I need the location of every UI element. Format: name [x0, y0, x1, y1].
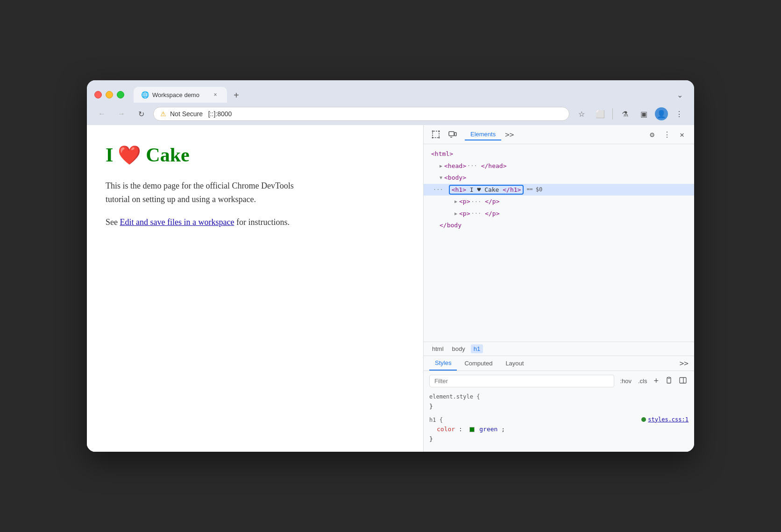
- styles-filter-input[interactable]: [429, 375, 614, 387]
- svg-point-4: [439, 137, 440, 139]
- minimize-button[interactable]: [106, 91, 113, 98]
- profile-icon: 👤: [657, 110, 666, 119]
- back-button[interactable]: ←: [94, 106, 109, 121]
- new-tab-button[interactable]: +: [229, 88, 244, 103]
- body-partial-tag: </body: [440, 221, 462, 230]
- h1-element-box: <h1> I ♥ Cake </h1>: [449, 185, 524, 195]
- tab-elements[interactable]: Elements: [465, 129, 501, 140]
- tab-styles[interactable]: Styles: [429, 356, 457, 371]
- devtools-more-button[interactable]: ⋮: [660, 128, 674, 141]
- body-arrow-icon[interactable]: ▼: [440, 174, 442, 181]
- dom-line-p2[interactable]: ▶ <p> ··· </p>: [424, 208, 694, 220]
- heading-i: I: [106, 144, 113, 166]
- add-style-button[interactable]: +: [652, 375, 660, 387]
- close-button[interactable]: [94, 91, 102, 98]
- breadcrumb-body[interactable]: body: [449, 344, 468, 353]
- extensions-button[interactable]: ⬜: [593, 106, 608, 121]
- heading-cake: Cake: [146, 144, 189, 166]
- p2-tag-close: </p>: [485, 209, 499, 218]
- tab-title: Workspace demo: [152, 91, 207, 98]
- head-dots[interactable]: ···: [467, 161, 477, 170]
- device-tool-icon: [448, 130, 457, 139]
- devtools-close-button[interactable]: ✕: [675, 128, 689, 141]
- nav-separator: [612, 108, 613, 119]
- maximize-button[interactable]: [117, 91, 124, 98]
- content-area: I ❤️ Cake This is the demo page for the …: [87, 125, 694, 452]
- p1-tag-close: </p>: [485, 197, 499, 206]
- workspace-link[interactable]: Edit and save files in a workspace: [120, 217, 234, 227]
- cls-button[interactable]: .cls: [636, 377, 649, 385]
- cursor-tool-icon: [432, 130, 440, 139]
- h1-rule-header: h1 { styles.css:1: [429, 415, 689, 425]
- p2-arrow-icon[interactable]: ▶: [454, 210, 457, 217]
- forward-button[interactable]: →: [114, 106, 129, 121]
- chrome-menu-button[interactable]: ⋮: [672, 106, 687, 121]
- devtools-toolbar: Elements >> ⚙ ⋮ ✕: [424, 125, 694, 144]
- head-tag-open: <head>: [444, 161, 466, 171]
- svg-rect-0: [433, 131, 439, 138]
- element-style-rule: element.style { }: [429, 392, 689, 412]
- tab-computed[interactable]: Computed: [459, 357, 498, 370]
- h1-tag-open: <h1>: [452, 186, 466, 193]
- svg-rect-9: [668, 377, 670, 378]
- breadcrumb-bar: html body h1: [424, 342, 694, 356]
- page-body: This is the demo page for the official C…: [106, 179, 302, 229]
- nav-bar: ← → ↻ ⚠ Not Secure [::]:8000 ☆ ⬜ ⚗ ▣ 👤 ⋮: [87, 103, 694, 125]
- styles-content: :hov .cls +: [424, 371, 694, 452]
- cursor-tool-button[interactable]: [429, 128, 442, 141]
- dom-line-body-open[interactable]: ▼ <body>: [424, 172, 694, 184]
- more-styles-tabs-button[interactable]: >>: [680, 359, 689, 368]
- labs-button[interactable]: ⚗: [618, 106, 632, 121]
- svg-point-1: [432, 131, 433, 132]
- p1-arrow-icon[interactable]: ▶: [454, 198, 457, 205]
- h1-tag-close: </h1>: [503, 186, 521, 193]
- body-tag-open: <body>: [444, 173, 466, 182]
- p2-dots[interactable]: ···: [471, 209, 482, 217]
- tab-close-icon[interactable]: ×: [211, 91, 220, 99]
- color-swatch[interactable]: [469, 427, 475, 432]
- p1-tag-open: <p>: [459, 197, 470, 206]
- dom-line-h1[interactable]: ··· <h1> I ♥ Cake </h1> == $0: [424, 184, 694, 196]
- styles-origin-text: styles.css:1: [648, 415, 689, 424]
- hov-button[interactable]: :hov: [618, 377, 633, 385]
- active-tab[interactable]: 🌐 Workspace demo ×: [134, 87, 227, 103]
- head-tag-close: </head>: [481, 161, 507, 171]
- breadcrumb-html[interactable]: html: [429, 344, 447, 353]
- tab-dropdown-icon[interactable]: ⌄: [677, 91, 683, 99]
- address-bar[interactable]: ⚠ Not Secure [::]:8000: [153, 107, 569, 121]
- dom-tree: <html> ▶ <head> ··· </head> ▼ <body> ···: [424, 144, 694, 342]
- heading-heart: ❤️: [118, 144, 141, 166]
- traffic-lights: [94, 91, 124, 98]
- dom-line-html[interactable]: <html>: [424, 148, 694, 160]
- tab-layout[interactable]: Layout: [500, 357, 529, 370]
- dom-line-p1[interactable]: ▶ <p> ··· </p>: [424, 196, 694, 208]
- svg-rect-6: [454, 133, 456, 136]
- sidebar-style-button[interactable]: [677, 376, 689, 386]
- styles-tabs: Styles Computed Layout >>: [424, 356, 694, 371]
- h1-dots[interactable]: ···: [433, 185, 443, 194]
- p1-dots[interactable]: ···: [471, 197, 482, 206]
- page-content: I ❤️ Cake This is the demo page for the …: [87, 125, 423, 452]
- color-property-name: color: [437, 426, 455, 433]
- devtools-settings-button[interactable]: ⚙: [646, 128, 659, 141]
- title-bar: 🌐 Workspace demo × + ⌄: [87, 80, 694, 103]
- tab-bar: 🌐 Workspace demo × +: [134, 87, 671, 103]
- breadcrumb-h1[interactable]: h1: [471, 344, 483, 353]
- dom-line-body-partial[interactable]: </body: [424, 219, 694, 231]
- reload-button[interactable]: ↻: [134, 106, 149, 121]
- styles-origin-link[interactable]: styles.css:1: [641, 415, 689, 424]
- dom-line-head[interactable]: ▶ <head> ··· </head>: [424, 160, 694, 172]
- bookmark-button[interactable]: ☆: [574, 106, 589, 121]
- not-secure-label: Not Secure [::]:8000: [170, 110, 562, 118]
- dom-equals-sign: ==: [526, 186, 532, 194]
- styles-filter-row: :hov .cls +: [429, 375, 689, 387]
- device-tool-button[interactable]: [446, 128, 459, 141]
- svg-point-2: [439, 131, 440, 132]
- styles-actions: :hov .cls +: [618, 375, 689, 387]
- element-style-close: }: [429, 402, 689, 412]
- edit-style-button[interactable]: [663, 376, 674, 386]
- split-button[interactable]: ▣: [636, 106, 651, 121]
- more-tabs-button[interactable]: >>: [503, 128, 516, 141]
- head-arrow-icon[interactable]: ▶: [440, 162, 442, 169]
- profile-avatar[interactable]: 👤: [655, 107, 668, 120]
